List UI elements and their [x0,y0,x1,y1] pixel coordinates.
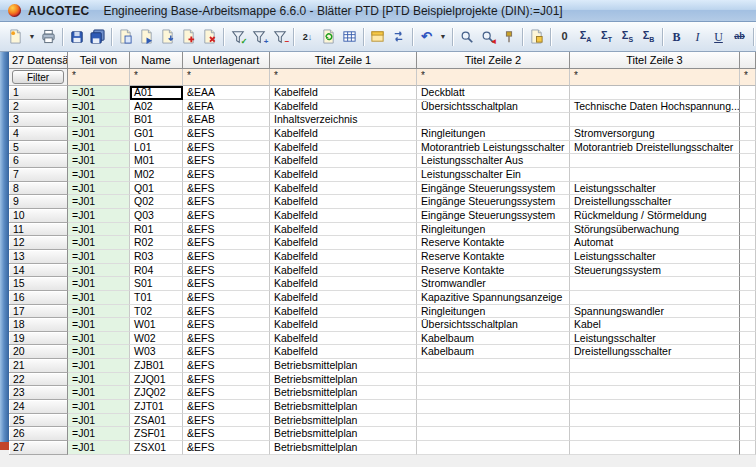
cell-teil-von[interactable]: =J01 [68,318,130,332]
cell-titel-zeile-2[interactable]: Kapazitive Spannungsanzeige [417,291,570,305]
cell-unterlagenart[interactable]: &EFS [183,141,270,155]
row-number-cell[interactable]: 4 [9,127,68,141]
cell-name[interactable]: T02 [130,305,183,319]
cell-filler[interactable] [740,236,756,250]
row-number-cell[interactable]: 25 [9,414,68,428]
cell-titel-zeile-3[interactable] [570,277,740,291]
cell-name[interactable]: M01 [130,154,183,168]
row-number-cell[interactable]: 23 [9,386,68,400]
filter-cell[interactable]: * [270,69,417,86]
cell-filler[interactable] [740,291,756,305]
zoom-button[interactable] [456,25,477,48]
cell-unterlagenart[interactable]: &EFS [183,373,270,387]
cell-unterlagenart[interactable]: &EFS [183,250,270,264]
cell-teil-von[interactable]: =J01 [68,441,130,455]
cell-titel-zeile-2[interactable]: Stromwandler [417,277,570,291]
new-sheet-button[interactable] [5,25,26,48]
cell-titel-zeile-1[interactable]: Betriebsmittelplan [270,400,417,414]
cell-titel-zeile-2[interactable] [417,113,570,127]
row-number-cell[interactable]: 18 [9,318,68,332]
column-header-name[interactable]: Name [130,52,183,69]
cell-titel-zeile-2[interactable]: Motorantrieb Leistungsschalter [417,141,570,155]
row-number-cell[interactable]: 27 [9,441,68,455]
cell-name[interactable]: B01 [130,113,183,127]
sum-b-button[interactable]: ΣB [638,25,659,48]
cell-unterlagenart[interactable]: &EFS [183,168,270,182]
cell-teil-von[interactable]: =J01 [68,168,130,182]
cell-unterlagenart[interactable]: &EFS [183,305,270,319]
delete-sheet-button[interactable] [199,25,220,48]
cell-titel-zeile-3[interactable]: Rückmeldung / Störmeldung [570,209,740,223]
add-sheet-button[interactable] [178,25,199,48]
cell-unterlagenart[interactable]: &EFS [183,182,270,196]
strikethrough-button[interactable]: ab [729,25,750,48]
cell-titel-zeile-1[interactable]: Kabelfeld [270,209,417,223]
cell-name[interactable]: M02 [130,168,183,182]
filter-cell[interactable]: * [130,69,183,86]
cell-titel-zeile-2[interactable]: Reserve Kontakte [417,236,570,250]
cell-teil-von[interactable]: =J01 [68,86,130,100]
cell-teil-von[interactable]: =J01 [68,386,130,400]
cell-titel-zeile-1[interactable]: Inhaltsverzeichnis [270,113,417,127]
row-number-cell[interactable]: 21 [9,359,68,373]
cell-titel-zeile-2[interactable]: Deckblatt [417,86,570,100]
cell-titel-zeile-1[interactable]: Kabelfeld [270,100,417,114]
cell-unterlagenart[interactable]: &EFS [183,154,270,168]
copy-sheet-button[interactable] [115,25,136,48]
cell-filler[interactable] [740,141,756,155]
cell-name[interactable]: R04 [130,264,183,278]
cell-teil-von[interactable]: =J01 [68,427,130,441]
cell-titel-zeile-2[interactable]: Leistungsschalter Ein [417,168,570,182]
cell-titel-zeile-1[interactable]: Kabelfeld [270,277,417,291]
cell-filler[interactable] [740,195,756,209]
cell-unterlagenart[interactable]: &EFS [183,291,270,305]
cell-name[interactable]: Q01 [130,182,183,196]
filter-minus-button[interactable]: − [269,25,290,48]
refresh-button[interactable] [318,25,339,48]
cell-name[interactable]: R01 [130,223,183,237]
row-number-cell[interactable]: 7 [9,168,68,182]
cell-titel-zeile-2[interactable] [417,400,570,414]
cell-titel-zeile-3[interactable] [570,373,740,387]
cell-titel-zeile-1[interactable]: Kabelfeld [270,223,417,237]
cell-name[interactable]: ZJB01 [130,359,183,373]
cell-unterlagenart[interactable]: &EFS [183,400,270,414]
cell-titel-zeile-3[interactable] [570,427,740,441]
cell-filler[interactable] [740,86,756,100]
cell-titel-zeile-2[interactable]: Reserve Kontakte [417,250,570,264]
cell-name[interactable]: ZSX01 [130,441,183,455]
cell-teil-von[interactable]: =J01 [68,195,130,209]
cell-filler[interactable] [740,400,756,414]
cell-filler[interactable] [740,359,756,373]
cell-teil-von[interactable]: =J01 [68,250,130,264]
cell-titel-zeile-3[interactable] [570,291,740,305]
row-number-cell[interactable]: 12 [9,236,68,250]
italic-button[interactable]: I [687,25,708,48]
cell-titel-zeile-2[interactable]: Eingänge Steuerungssystem [417,195,570,209]
cell-titel-zeile-2[interactable] [417,359,570,373]
row-number-cell[interactable]: 14 [9,264,68,278]
cell-titel-zeile-3[interactable]: Störungsüberwachung [570,223,740,237]
row-number-cell[interactable]: 5 [9,141,68,155]
cell-name[interactable]: S01 [130,277,183,291]
cell-titel-zeile-2[interactable] [417,373,570,387]
cell-titel-zeile-3[interactable]: Leistungsschalter [570,182,740,196]
cell-titel-zeile-2[interactable] [417,386,570,400]
cell-name[interactable]: ZSA01 [130,414,183,428]
cell-titel-zeile-1[interactable]: Kabelfeld [270,345,417,359]
row-number-cell[interactable]: 26 [9,427,68,441]
dropdown-caret[interactable]: ▼ [26,25,38,48]
cell-filler[interactable] [740,223,756,237]
cell-titel-zeile-3[interactable] [570,386,740,400]
cell-name[interactable]: R02 [130,236,183,250]
cell-unterlagenart[interactable]: &EFS [183,441,270,455]
cell-titel-zeile-3[interactable] [570,154,740,168]
cell-teil-von[interactable]: =J01 [68,236,130,250]
cell-teil-von[interactable]: =J01 [68,209,130,223]
cell-teil-von[interactable]: =J01 [68,182,130,196]
cell-titel-zeile-1[interactable]: Kabelfeld [270,168,417,182]
cell-titel-zeile-3[interactable]: Dreistellungsschalter [570,345,740,359]
cell-name[interactable]: W01 [130,318,183,332]
cell-filler[interactable] [740,127,756,141]
row-number-cell[interactable]: 1 [9,86,68,100]
